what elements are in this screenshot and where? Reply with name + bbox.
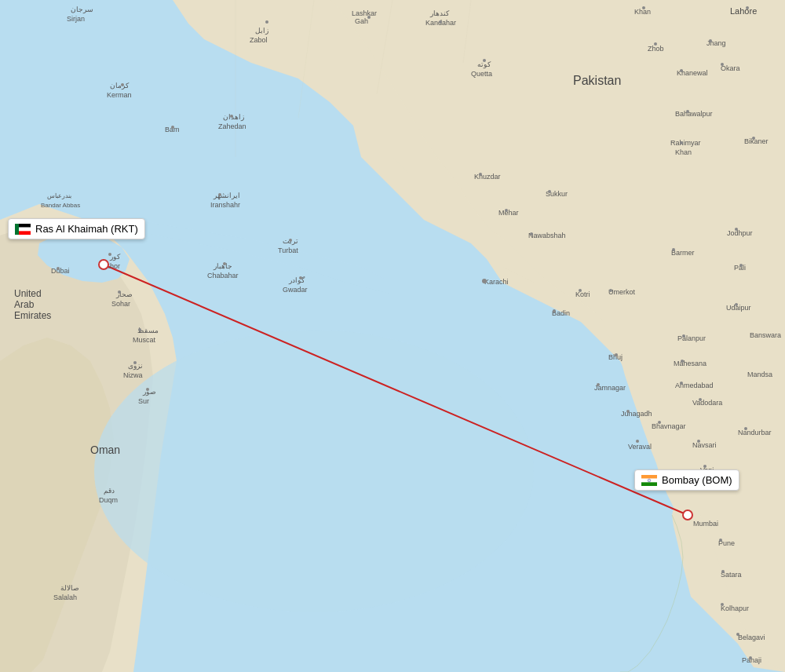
svg-text:Iranshahr: Iranshahr: [210, 201, 240, 209]
svg-text:Emirates: Emirates: [14, 310, 51, 321]
svg-point-86: [746, 6, 749, 9]
svg-point-91: [709, 39, 712, 42]
svg-text:Sohar: Sohar: [111, 300, 130, 308]
svg-point-94: [680, 69, 683, 72]
svg-point-95: [721, 63, 724, 66]
svg-point-101: [680, 141, 683, 144]
svg-text:بندرعباس: بندرعباس: [47, 192, 71, 199]
svg-point-126: [682, 334, 685, 338]
svg-text:Dubai: Dubai: [51, 267, 70, 275]
svg-point-128: [680, 382, 683, 385]
svg-text:Udaipur: Udaipur: [726, 304, 751, 312]
origin-label: Ras Al Khaimah (RKT): [8, 218, 145, 239]
svg-rect-150: [641, 482, 657, 486]
origin-dot: [99, 260, 108, 269]
svg-rect-148: [641, 475, 657, 479]
svg-point-98: [171, 126, 174, 129]
svg-text:Kerman: Kerman: [107, 91, 132, 99]
destination-airport-label: Bombay (BOM): [662, 474, 732, 486]
svg-point-121: [735, 303, 738, 306]
svg-text:Zahedan: Zahedan: [218, 122, 246, 130]
svg-text:Sirjan: Sirjan: [67, 15, 85, 23]
svg-point-118: [553, 309, 556, 312]
destination-label: Bombay (BOM): [634, 469, 739, 491]
svg-text:Mandsа: Mandsа: [747, 371, 772, 378]
svg-text:Belagavi: Belagavi: [738, 634, 765, 641]
svg-text:Oman: Oman: [90, 444, 120, 456]
svg-text:Kotri: Kotri: [575, 290, 590, 298]
svg-rect-144: [15, 224, 19, 235]
svg-text:Veraval: Veraval: [628, 443, 652, 451]
svg-point-127: [681, 360, 684, 363]
svg-point-138: [721, 570, 725, 573]
svg-point-152: [649, 480, 650, 480]
svg-rect-147: [19, 231, 31, 235]
svg-point-87: [367, 16, 371, 19]
svg-point-88: [439, 20, 442, 24]
svg-text:صور: صور: [142, 388, 156, 396]
svg-text:Nandurbar: Nandurbar: [738, 429, 772, 436]
svg-point-115: [739, 264, 743, 267]
svg-text:جاهبار: جاهبار: [213, 262, 232, 271]
pakistan-label: Pakistan: [573, 74, 621, 87]
svg-text:سرجان: سرجان: [71, 5, 93, 14]
svg-text:ايرانشهر: ايرانشهر: [213, 192, 240, 200]
svg-rect-145: [19, 224, 31, 228]
svg-text:Bandar Abbas: Bandar Abbas: [41, 202, 80, 209]
svg-text:Gah: Gah: [355, 17, 368, 25]
svg-point-111: [57, 267, 60, 270]
map-svg: Pakistan United Arab Emirates Oman Lahor…: [0, 0, 785, 672]
svg-text:Palanpur: Palanpur: [677, 334, 706, 342]
map-container: Pakistan United Arab Emirates Oman Lahor…: [0, 0, 785, 672]
svg-text:Mehar: Mehar: [498, 209, 519, 217]
svg-text:گوادر: گوادر: [288, 276, 305, 285]
svg-text:صالالة: صالالة: [60, 584, 79, 592]
svg-point-92: [265, 20, 268, 24]
svg-point-108: [289, 239, 292, 242]
svg-text:Salalah: Salalah: [53, 593, 77, 601]
svg-text:Zhob: Zhob: [648, 45, 664, 53]
origin-airport-label: Ras Al Khaimah (RKT): [35, 223, 138, 235]
destination-dot: [683, 510, 692, 520]
svg-point-139: [721, 603, 724, 606]
svg-point-116: [118, 290, 121, 294]
svg-text:Karachi: Karachi: [484, 278, 509, 286]
svg-point-97: [230, 115, 233, 118]
svg-point-102: [218, 193, 221, 196]
svg-text:Duqm: Duqm: [99, 496, 118, 504]
svg-point-1: [94, 330, 534, 612]
svg-point-104: [548, 190, 551, 193]
svg-point-124: [597, 383, 600, 386]
svg-text:Turbat: Turbat: [278, 247, 298, 254]
svg-text:Bhavnagar: Bhavnagar: [652, 422, 686, 430]
svg-text:Lashkar: Lashkar: [352, 9, 377, 17]
svg-point-103: [479, 173, 482, 176]
svg-point-120: [579, 289, 582, 292]
svg-text:Bahawalpur: Bahawalpur: [675, 110, 713, 118]
svg-text:Mahesana: Mahesana: [674, 360, 706, 367]
svg-point-100: [752, 137, 755, 140]
svg-point-122: [133, 361, 137, 364]
svg-point-96: [121, 83, 124, 86]
svg-rect-146: [19, 227, 31, 231]
svg-text:Bikaner: Bikaner: [744, 137, 769, 145]
svg-point-130: [699, 398, 702, 401]
svg-text:Rahimyar: Rahimyar: [670, 139, 701, 147]
svg-text:United: United: [14, 288, 42, 299]
svg-text:Jodhpur: Jodhpur: [727, 229, 753, 237]
svg-point-125: [615, 353, 618, 356]
svg-text:Quetta: Quetta: [471, 70, 492, 78]
svg-point-105: [505, 209, 508, 212]
svg-point-113: [299, 276, 302, 279]
svg-point-117: [138, 328, 141, 331]
svg-text:Nawabshah: Nawabshah: [528, 232, 566, 239]
svg-text:كرمان: كرمان: [110, 82, 130, 90]
svg-point-140: [736, 633, 739, 636]
svg-point-129: [626, 410, 630, 413]
svg-point-123: [146, 388, 149, 391]
svg-text:Vadodara: Vadodara: [692, 399, 722, 407]
svg-point-112: [223, 262, 226, 265]
svg-text:كندهار: كندهار: [429, 9, 450, 18]
svg-text:Mumbai: Mumbai: [693, 520, 718, 528]
svg-text:زابل: زابل: [255, 27, 268, 35]
